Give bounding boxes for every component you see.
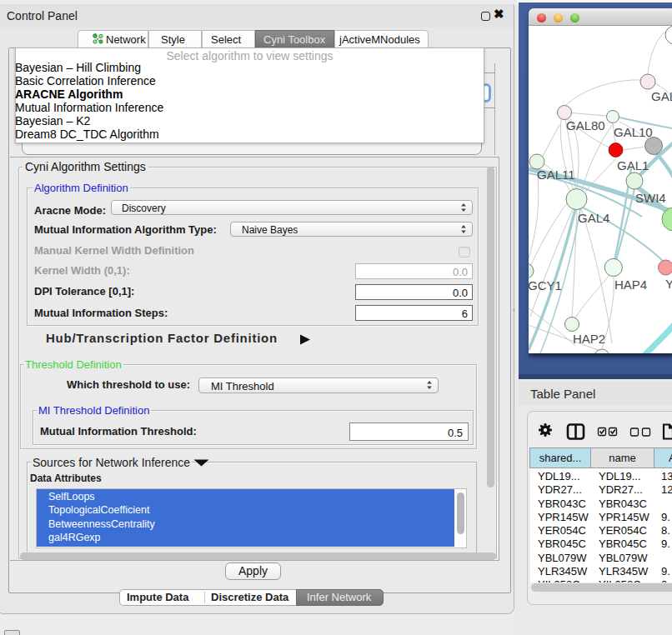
svg-text:HAP4: HAP4 xyxy=(614,278,647,292)
svg-text:GAL1: GAL1 xyxy=(617,158,649,172)
svg-text:GAL10: GAL10 xyxy=(614,125,653,139)
svg-text:SWI4: SWI4 xyxy=(635,191,666,205)
svg-text:GCY1: GCY1 xyxy=(529,278,562,292)
svg-text:GAL4: GAL4 xyxy=(578,211,609,225)
svg-text:GAL11: GAL11 xyxy=(537,168,575,182)
svg-text:GAL80: GAL80 xyxy=(566,118,605,132)
svg-text:GAL7: GAL7 xyxy=(651,89,672,103)
svg-text:Y: Y xyxy=(665,277,672,291)
svg-text:HAP2: HAP2 xyxy=(573,332,605,346)
